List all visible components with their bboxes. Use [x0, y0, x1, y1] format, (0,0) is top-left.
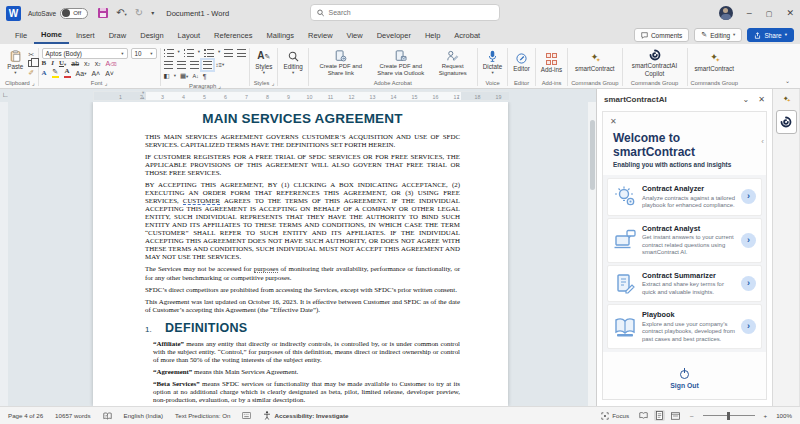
- search-input[interactable]: [328, 9, 493, 16]
- zoom-slider[interactable]: [703, 415, 755, 416]
- dialog-launcher-icon[interactable]: ⌟: [32, 80, 35, 86]
- zoom-slider-thumb[interactable]: [727, 412, 730, 420]
- share-button[interactable]: Share ▾: [747, 28, 794, 42]
- smartcontract-button[interactable]: ✦✦ smartContract: [573, 53, 617, 72]
- chevron-right-icon[interactable]: ›: [741, 319, 756, 334]
- smartcontract-copilot-button[interactable]: smartContractAI Copilot: [626, 49, 684, 76]
- minimize-icon[interactable]: –: [747, 9, 752, 18]
- show-hide-marks-icon[interactable]: ¶: [203, 73, 207, 80]
- autosave-control[interactable]: AutoSave Off: [28, 8, 88, 19]
- decrease-indent-icon[interactable]: [224, 49, 233, 57]
- card-contract-summarizer[interactable]: Contract Summarizer Extract and share ke…: [607, 265, 762, 303]
- font-color-button[interactable]: A: [64, 68, 71, 78]
- pane-options-chevron-icon[interactable]: ⌄: [743, 96, 750, 104]
- page-indicator[interactable]: Page 4 of 26: [8, 412, 43, 419]
- tab-draw[interactable]: Draw: [102, 28, 134, 43]
- tab-file[interactable]: File: [8, 28, 34, 43]
- tab-home[interactable]: Home: [34, 27, 69, 44]
- underline-button[interactable]: U▾: [59, 60, 66, 67]
- tab-review[interactable]: Review: [301, 28, 340, 43]
- card-contract-analyst[interactable]: Contract Analyst Get instant answers to …: [607, 218, 762, 263]
- document-page[interactable]: MAIN SERVICES AGREEMENT THIS MAIN SERVIC…: [93, 102, 508, 406]
- numbering-icon[interactable]: [184, 49, 194, 57]
- tab-references[interactable]: References: [207, 28, 259, 43]
- accessibility-status[interactable]: Accessibility: Investigate: [263, 411, 348, 420]
- scrollbar-thumb[interactable]: [590, 120, 595, 190]
- horizontal-ruler[interactable]: ∟ 12345678910111213141516171819 ▾ ▴ ▴: [0, 89, 596, 102]
- line-spacing-icon[interactable]: ↕≡▾: [216, 62, 225, 68]
- collapse-ribbon-icon[interactable]: ⌄: [785, 77, 790, 84]
- read-mode-icon[interactable]: [638, 410, 649, 421]
- word-logo-icon[interactable]: W: [6, 6, 21, 21]
- chevron-right-icon[interactable]: ›: [741, 276, 756, 291]
- keyboard-icon[interactable]: [242, 412, 251, 419]
- text-predictions[interactable]: Text Predictions: On: [175, 412, 230, 419]
- user-avatar[interactable]: [719, 6, 733, 20]
- zoom-in-icon[interactable]: +: [764, 412, 768, 419]
- format-painter-icon[interactable]: ✐: [28, 69, 34, 76]
- tab-insert[interactable]: Insert: [69, 28, 102, 43]
- grow-font-button[interactable]: A˄: [91, 70, 100, 77]
- undo-icon[interactable]: ↶▾: [116, 8, 127, 18]
- shrink-font-button[interactable]: A˅: [105, 70, 114, 77]
- paste-button[interactable]: Paste ▾: [5, 50, 25, 76]
- save-icon[interactable]: [98, 8, 108, 18]
- close-icon[interactable]: ✕: [610, 118, 617, 126]
- align-right-icon[interactable]: [190, 61, 199, 69]
- increase-indent-icon[interactable]: [237, 49, 246, 57]
- superscript-button[interactable]: x2: [95, 60, 101, 67]
- vertical-scrollbar[interactable]: [588, 102, 596, 406]
- tab-developer[interactable]: Developer: [370, 28, 418, 43]
- strikethrough-button[interactable]: ab: [71, 60, 79, 67]
- sort-icon[interactable]: A↓: [192, 74, 198, 80]
- tab-view[interactable]: View: [340, 28, 370, 43]
- web-layout-icon[interactable]: [670, 410, 681, 421]
- print-layout-icon[interactable]: [654, 410, 665, 421]
- highlight-color-button[interactable]: ✎: [52, 68, 59, 78]
- request-signatures-button[interactable]: Request Signatures: [432, 50, 474, 77]
- comments-button[interactable]: Comments: [634, 28, 689, 42]
- sign-out-button[interactable]: Sign Out: [603, 362, 766, 399]
- smartcontract-button-2[interactable]: ✦✦ smartContract: [692, 53, 736, 72]
- copy-icon[interactable]: [28, 60, 34, 67]
- search-box[interactable]: [310, 4, 500, 21]
- editing-button[interactable]: Editing ▾: [281, 51, 304, 76]
- bold-button[interactable]: B: [42, 60, 47, 67]
- smartcontract-pane-toggle[interactable]: [776, 110, 797, 134]
- zoom-level[interactable]: 100%: [776, 412, 792, 419]
- clear-formatting-button[interactable]: A⌫: [106, 60, 117, 67]
- bullets-icon[interactable]: [164, 49, 174, 57]
- change-case-button[interactable]: Aa▾: [76, 70, 87, 77]
- close-icon[interactable]: ✕: [786, 9, 794, 18]
- editor-button[interactable]: Editor: [511, 53, 531, 72]
- chevron-right-icon[interactable]: ›: [741, 233, 756, 248]
- redo-icon[interactable]: ↻: [135, 8, 143, 18]
- tab-help[interactable]: Help: [418, 28, 447, 43]
- flagged-word[interactable]: CUSTOMER: [183, 197, 220, 205]
- shading-icon[interactable]: ◧: [164, 73, 170, 80]
- align-center-icon[interactable]: [177, 61, 186, 69]
- borders-icon[interactable]: ▦▾: [180, 73, 188, 80]
- tab-layout[interactable]: Layout: [171, 28, 208, 43]
- right-indent-marker[interactable]: ▴: [457, 96, 459, 101]
- tab-mailings[interactable]: Mailings: [259, 28, 301, 43]
- proofing-status[interactable]: [103, 412, 112, 420]
- italic-button[interactable]: I: [51, 60, 54, 67]
- word-count[interactable]: 10657 words: [55, 412, 90, 419]
- sparkle-icon[interactable]: ✦✦: [781, 95, 791, 104]
- flagged-word[interactable]: purposes: [254, 265, 279, 273]
- card-contract-analyzer[interactable]: Contract Analyzer Analyze contracts agai…: [607, 178, 762, 216]
- maximize-icon[interactable]: ▢: [766, 10, 773, 17]
- card-playbook[interactable]: Playbook Explore and use your company’s …: [607, 304, 762, 349]
- styles-button[interactable]: A✎ Styles ▾: [253, 50, 274, 75]
- zoom-out-icon[interactable]: –: [690, 412, 693, 419]
- justify-icon[interactable]: [203, 61, 212, 69]
- editing-mode-button[interactable]: ✎ Editing ▾: [694, 28, 742, 42]
- create-pdf-share-link-button[interactable]: Create PDF and Share link: [312, 50, 370, 77]
- autosave-toggle[interactable]: Off: [60, 8, 88, 19]
- dialog-launcher-icon[interactable]: ⌟: [271, 80, 274, 86]
- dictate-button[interactable]: Dictate ▾: [481, 50, 505, 76]
- language-selector[interactable]: English (India): [124, 412, 164, 419]
- cut-icon[interactable]: ✂: [28, 51, 34, 58]
- left-indent-marker[interactable]: ▴: [142, 96, 144, 101]
